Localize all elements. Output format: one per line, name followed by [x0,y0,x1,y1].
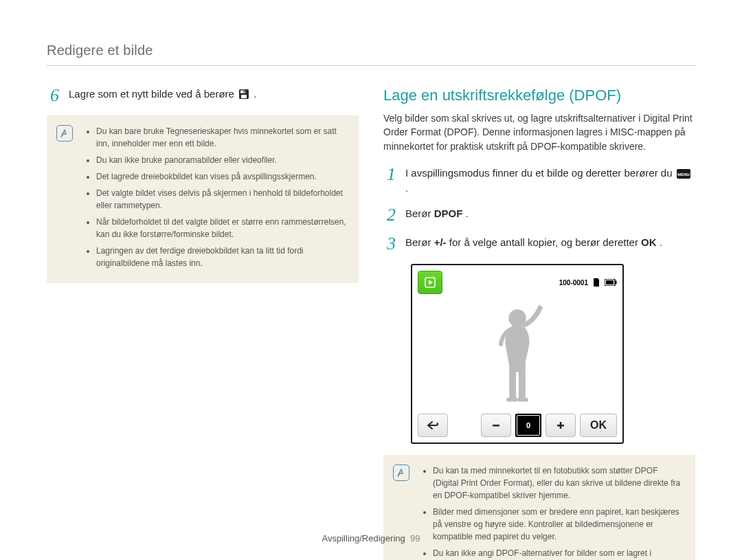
note-icon [393,464,409,481]
step-number: 6 [47,87,59,104]
note-box-right: Du kan ta med minnekortet til en fotobut… [383,455,695,560]
svg-rect-2 [241,95,247,98]
plus-icon [556,421,565,430]
copies-value: 0 [526,421,530,429]
save-diskette-icon [238,89,249,100]
step-number: 2 [383,206,396,224]
step-3: 3 Berør +/- for å velge antall kopier, o… [383,235,695,253]
svg-rect-10 [616,281,617,284]
step-bold: DPOF [434,208,463,219]
footer-section: Avspilling/Redigering [322,533,405,544]
two-column-layout: 6 Lagre som et nytt bilde ved å berøre . [47,87,695,560]
step-text-before: I avspillingsmodus finner du et bilde og… [405,167,675,179]
svg-rect-12 [506,398,517,402]
right-column: Lage en utskriftsrekkefølge (DPOF) Velg … [383,87,695,560]
playback-mode-button[interactable] [418,271,442,294]
step-text-after: . [405,182,408,194]
step-text-before: Berør [405,236,434,248]
svg-rect-9 [606,280,614,284]
step-6: 6 Lagre som et nytt bilde ved å berøre . [47,87,359,104]
manual-page: Redigere et bilde 6 Lagre som et nytt bi… [0,0,742,560]
note-box-left: Du kan bare bruke Tegneserieskaper hvis … [47,115,359,283]
step-text-after: . [254,88,256,100]
section-title: Lage en utskriftsrekkefølge (DPOF) [383,87,695,104]
note-item: Når bildeforholdet til det valgte bildet… [96,216,346,240]
note-item: Du kan ikke bruke panoramabilder eller v… [96,154,346,166]
boy-silhouette [416,297,618,411]
note-item: Det valgte bildet vises delvis på skjerm… [96,187,346,212]
svg-marker-7 [429,280,433,285]
svg-rect-14 [493,425,499,427]
file-number-label: 100-0001 [559,279,588,287]
step-body: I avspillingsmodus finner du et bilde og… [405,166,695,196]
svg-rect-3 [244,91,245,93]
step-text-before: Lagre som et nytt bilde ved å berøre [69,88,237,100]
minus-icon [491,421,501,430]
section-intro: Velg bilder som skal skrives ut, og lagr… [383,111,695,153]
step-body: Berør +/- for å velge antall kopier, og … [405,235,662,253]
back-button[interactable] [418,414,448,437]
screen-status: 100-0001 [559,278,617,287]
step-text-before: Berør [405,208,434,219]
page-footer: Avspilling/Redigering 99 [0,533,742,544]
copies-counter: 0 [515,414,541,437]
note-list: Du kan bare bruke Tegneserieskaper hvis … [85,125,346,269]
svg-rect-16 [560,422,562,429]
step-text-after: . [660,236,662,248]
note-item: Lagringen av det ferdige dreiebokbildet … [96,245,346,269]
step-text-after: . [466,208,469,219]
footer-page: 99 [410,533,420,544]
screen-top-row: 100-0001 [416,269,618,295]
step-1: 1 I avspillingsmodus finner du et bilde … [383,166,695,196]
play-icon [425,277,436,288]
ok-button[interactable]: OK [580,414,617,437]
svg-rect-13 [517,398,528,402]
step-number: 1 [383,166,396,196]
note-item: Du kan ikke angi DPOF-alternativer for b… [433,547,683,560]
step-2: 2 Berør DPOF . [383,206,695,224]
memory-card-icon [592,278,600,287]
increase-button[interactable] [546,414,576,437]
step-body: Berør DPOF . [405,206,469,224]
decrease-button[interactable] [481,414,511,437]
svg-text:MENU: MENU [677,172,690,176]
ok-label-inline: OK [641,236,657,248]
screen-display [416,297,618,411]
ok-button-label: OK [590,419,607,432]
page-title: Redigere et bilde [47,43,695,66]
screen-bottom-row: 0 OK [416,412,618,438]
left-column: 6 Lagre som et nytt bilde ved å berøre . [47,87,359,560]
menu-icon: MENU [677,169,690,179]
back-arrow-icon [427,421,439,430]
note-icon [56,125,73,142]
step-bold: +/- [434,236,447,248]
battery-icon [605,279,617,286]
note-list: Du kan ta med minnekortet til en fotobut… [422,464,683,560]
camera-screen-mock: 100-0001 [411,264,624,444]
note-item: Du kan ta med minnekortet til en fotobut… [433,464,683,502]
note-item: Det lagrede dreiebokbildet kan vises på … [96,170,346,183]
step-body: Lagre som et nytt bilde ved å berøre . [69,87,256,104]
step-text-mid: for å velge antall kopier, og berør dere… [449,236,641,248]
note-item: Du kan bare bruke Tegneserieskaper hvis … [96,125,346,150]
step-number: 3 [383,235,396,253]
